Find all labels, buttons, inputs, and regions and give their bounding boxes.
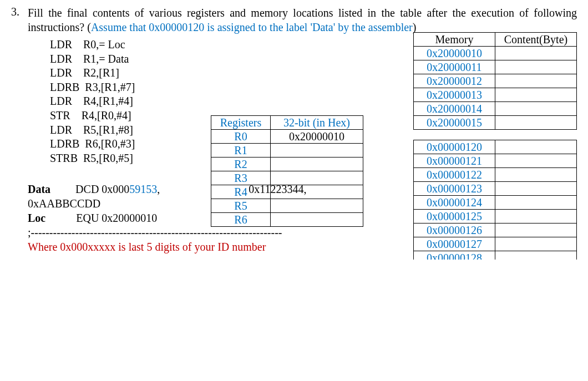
reg-value[interactable] [271, 185, 363, 199]
mem-addr: 0x00000122 [414, 168, 495, 182]
dcd-id-digits: 59153 [129, 183, 157, 195]
mem-value[interactable] [495, 74, 577, 88]
reg-name: R3 [211, 171, 271, 185]
mem-addr: 0x20000011 [414, 60, 495, 74]
table-row: 0x20000013 [414, 88, 577, 102]
mem-value[interactable] [495, 251, 577, 260]
reg-name: R0 [211, 130, 271, 144]
reg-name: R4 [211, 185, 271, 199]
table-row: 0x20000011 [414, 60, 577, 74]
reg-value[interactable] [271, 213, 363, 227]
mem-value[interactable] [495, 140, 577, 154]
mem-value[interactable] [495, 47, 577, 60]
mem-value[interactable] [495, 210, 577, 223]
mem-addr: 0x00000125 [414, 210, 495, 223]
mem-value[interactable] [495, 116, 577, 130]
mem-value[interactable] [495, 223, 577, 237]
mem-addr: 0x20000012 [414, 74, 495, 88]
mem-value[interactable] [495, 154, 577, 168]
memory-table-wrap: Memory Content(Byte) 0x20000010 0x200000… [413, 32, 577, 260]
table-row: 0x20000010 [414, 47, 577, 60]
mem-value[interactable] [495, 237, 577, 251]
dcd-directive: DCD 0x000 [75, 183, 129, 195]
mem-addr: 0x00000127 [414, 237, 495, 251]
mem-value[interactable] [495, 88, 577, 102]
mem-value[interactable] [495, 168, 577, 182]
table-row: R6 [211, 213, 363, 227]
data-label: Data [28, 183, 50, 195]
table-row: 0x00000120 [414, 140, 577, 154]
mem-addr: 0x00000124 [414, 196, 495, 210]
table-row: 0x00000123 [414, 182, 577, 196]
table-gap [414, 130, 577, 140]
question-text: Fill the final contents of various regis… [28, 6, 577, 34]
mem-value[interactable] [495, 60, 577, 74]
table-row: R3 [211, 171, 363, 185]
mem-addr: 0x00000121 [414, 154, 495, 168]
mem-addr: 0x20000015 [414, 116, 495, 130]
table-row: R1 [211, 144, 363, 158]
table-row: 0x00000124 [414, 196, 577, 210]
table-row: 0x00000126 [414, 223, 577, 237]
table-row: 0x00000128 [414, 251, 577, 260]
mem-addr: 0x00000128 [414, 251, 495, 260]
mem-addr: 0x00000120 [414, 140, 495, 154]
mem-value[interactable] [495, 102, 577, 116]
mem-value[interactable] [495, 182, 577, 196]
reg-value[interactable]: 0x20000010 [271, 130, 363, 144]
question-assumption: Assume that 0x00000120 is assigned to th… [91, 21, 413, 33]
table-row: R00x20000010 [211, 130, 363, 144]
reg-name: R2 [211, 158, 271, 171]
reg-header-value: 32-bit (in Hex) [271, 116, 363, 130]
table-row: 0x00000121 [414, 154, 577, 168]
mem-addr: 0x20000013 [414, 88, 495, 102]
table-row: 0x20000015 [414, 116, 577, 130]
registers-table: Registers 32-bit (in Hex) R00x20000010 R… [211, 115, 363, 227]
loc-label: Loc [28, 212, 45, 224]
mem-addr: 0x20000010 [414, 47, 495, 60]
reg-name: R6 [211, 213, 271, 227]
mem-addr: 0x20000014 [414, 102, 495, 116]
table-row: R4 [211, 185, 363, 199]
mem-addr: 0x00000123 [414, 182, 495, 196]
table-header-row: Registers 32-bit (in Hex) [211, 116, 363, 130]
table-row: 0x20000012 [414, 74, 577, 88]
question-number: 3. [11, 6, 28, 18]
mem-value[interactable] [495, 196, 577, 210]
table-row: R2 [211, 158, 363, 171]
question-header: 3. Fill the final contents of various re… [11, 6, 577, 34]
memory-table: Memory Content(Byte) 0x20000010 0x200000… [413, 32, 577, 260]
table-row: 0x20000014 [414, 102, 577, 116]
mem-header-content: Content(Byte) [495, 33, 577, 47]
reg-value[interactable] [271, 158, 363, 171]
reg-value[interactable] [271, 144, 363, 158]
table-header-row: Memory Content(Byte) [414, 33, 577, 47]
reg-name: R5 [211, 199, 271, 213]
reg-value[interactable] [271, 171, 363, 185]
table-row: R5 [211, 199, 363, 213]
table-row: 0x00000127 [414, 237, 577, 251]
table-row: 0x00000125 [414, 210, 577, 223]
mem-header-addr: Memory [414, 33, 495, 47]
table-row: 0x00000122 [414, 168, 577, 182]
reg-name: R1 [211, 144, 271, 158]
mem-addr: 0x00000126 [414, 223, 495, 237]
question-text-part2: ) [413, 21, 417, 33]
reg-header-name: Registers [211, 116, 271, 130]
reg-value[interactable] [271, 199, 363, 213]
equ-directive: EQU 0x20000010 [76, 212, 157, 224]
content-area: LDR R0,= Loc LDR R1,= Data LDR R2,[R1] L… [11, 38, 577, 254]
